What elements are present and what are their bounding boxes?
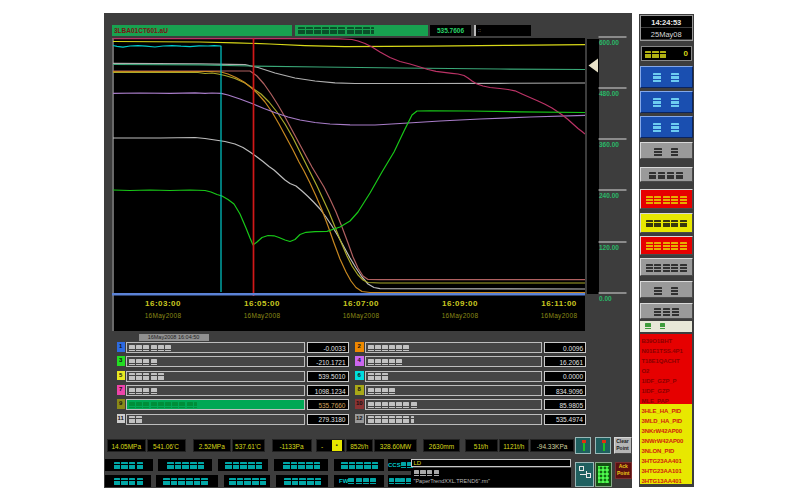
- svg-text:600.00: 600.00: [599, 39, 619, 46]
- svg-text:240.00: 240.00: [599, 192, 619, 199]
- svg-text:120.00: 120.00: [599, 244, 619, 251]
- svg-text:0.00: 0.00: [599, 295, 612, 302]
- svg-text:480.00: 480.00: [599, 90, 619, 97]
- svg-text:360.00: 360.00: [599, 141, 619, 148]
